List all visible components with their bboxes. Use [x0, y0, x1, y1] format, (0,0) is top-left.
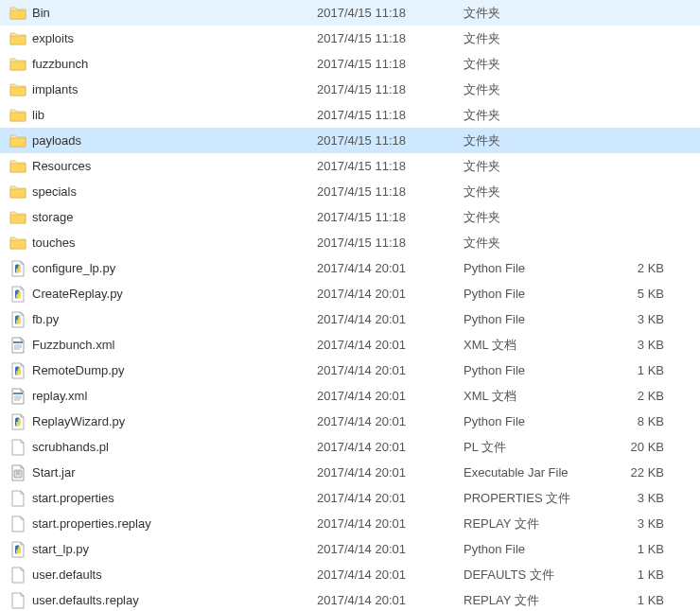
cell-name: Resources [9, 158, 317, 175]
cell-type: Executable Jar File [464, 465, 591, 480]
cell-date: 2017/4/14 20:01 [317, 465, 464, 480]
file-row[interactable]: ReplayWizard.py 2017/4/14 20:01 Python F… [0, 409, 700, 434]
cell-date: 2017/4/14 20:01 [317, 261, 464, 275]
file-name-label: specials [32, 184, 77, 199]
cell-date: 2017/4/14 20:01 [317, 312, 464, 326]
file-row[interactable]: specials 2017/4/15 11:18 文件夹 [0, 179, 700, 204]
cell-name: user.defaults [9, 567, 317, 584]
cell-type: XML 文档 [464, 388, 591, 405]
cell-size: 3 KB [591, 491, 681, 505]
file-name-label: configure_lp.py [32, 261, 115, 275]
cell-date: 2017/4/15 11:18 [317, 6, 464, 20]
file-name-label: user.defaults [32, 567, 102, 582]
cell-date: 2017/4/15 11:18 [317, 31, 464, 45]
cell-date: 2017/4/15 11:18 [317, 159, 464, 173]
cell-size: 1 KB [591, 567, 681, 582]
file-row[interactable]: Start.jar 2017/4/14 20:01 Executable Jar… [0, 460, 700, 485]
file-row[interactable]: storage 2017/4/15 11:18 文件夹 [0, 204, 700, 230]
cell-name: ReplayWizard.py [9, 413, 317, 430]
cell-date: 2017/4/14 20:01 [317, 363, 464, 377]
file-row[interactable]: start.properties 2017/4/14 20:01 PROPERT… [0, 485, 700, 511]
cell-name: touches [9, 235, 317, 252]
file-row[interactable]: replay.xml 2017/4/14 20:01 XML 文档 2 KB [0, 383, 700, 409]
cell-type: 文件夹 [464, 56, 591, 73]
file-name-label: Bin [32, 6, 50, 20]
file-name-label: start.properties [32, 491, 114, 505]
cell-date: 2017/4/14 20:01 [317, 440, 464, 454]
python-icon [9, 541, 26, 558]
cell-name: storage [9, 209, 317, 226]
file-name-label: ReplayWizard.py [32, 414, 125, 428]
file-name-label: implants [32, 82, 78, 96]
file-row[interactable]: start_lp.py 2017/4/14 20:01 Python File … [0, 536, 700, 562]
file-row[interactable]: scrubhands.pl 2017/4/14 20:01 PL 文件 20 K… [0, 434, 700, 460]
file-row[interactable]: implants 2017/4/15 11:18 文件夹 [0, 77, 700, 102]
xml-icon [9, 337, 26, 354]
cell-type: Python File [464, 414, 591, 428]
file-row[interactable]: configure_lp.py 2017/4/14 20:01 Python F… [0, 255, 700, 281]
python-icon [9, 413, 26, 430]
cell-date: 2017/4/15 11:18 [317, 133, 464, 148]
file-row[interactable]: RemoteDump.py 2017/4/14 20:01 Python Fil… [0, 358, 700, 383]
cell-type: DEFAULTS 文件 [464, 567, 591, 584]
folder-icon [9, 158, 26, 175]
cell-date: 2017/4/14 20:01 [317, 338, 464, 352]
cell-date: 2017/4/15 11:18 [317, 57, 464, 71]
file-name-label: scrubhands.pl [32, 440, 109, 454]
file-icon [9, 592, 26, 609]
cell-type: REPLAY 文件 [464, 592, 591, 609]
cell-size: 2 KB [591, 261, 681, 275]
cell-name: Start.jar [9, 464, 317, 481]
cell-type: 文件夹 [464, 30, 591, 47]
cell-date: 2017/4/14 20:01 [317, 567, 464, 582]
file-name-label: RemoteDump.py [32, 363, 125, 377]
cell-type: 文件夹 [464, 5, 591, 22]
folder-icon [9, 56, 26, 73]
cell-name: fb.py [9, 311, 317, 328]
folder-icon [9, 183, 26, 201]
xml-icon [9, 388, 26, 405]
file-row[interactable]: exploits 2017/4/15 11:18 文件夹 [0, 26, 700, 51]
file-row[interactable]: start.properties.replay 2017/4/14 20:01 … [0, 511, 700, 536]
file-row[interactable]: lib 2017/4/15 11:18 文件夹 [0, 102, 700, 128]
file-row[interactable]: Fuzzbunch.xml 2017/4/14 20:01 XML 文档 3 K… [0, 332, 700, 358]
file-row[interactable]: payloads 2017/4/15 11:18 文件夹 [0, 128, 700, 153]
file-row[interactable]: Bin 2017/4/15 11:18 文件夹 [0, 0, 700, 26]
cell-date: 2017/4/14 20:01 [317, 287, 464, 301]
file-row[interactable]: fuzzbunch 2017/4/15 11:18 文件夹 [0, 51, 700, 77]
cell-date: 2017/4/15 11:18 [317, 236, 464, 250]
cell-date: 2017/4/14 20:01 [317, 593, 464, 607]
folder-icon [9, 132, 26, 149]
cell-size: 3 KB [591, 516, 681, 531]
cell-type: PROPERTIES 文件 [464, 490, 591, 507]
file-name-label: Fuzzbunch.xml [32, 338, 114, 352]
cell-name: start_lp.py [9, 541, 317, 558]
cell-size: 20 KB [591, 440, 681, 454]
cell-name: user.defaults.replay [9, 592, 317, 609]
cell-type: REPLAY 文件 [464, 515, 591, 532]
cell-name: implants [9, 81, 317, 98]
file-row[interactable]: fb.py 2017/4/14 20:01 Python File 3 KB [0, 306, 700, 332]
file-row[interactable]: CreateReplay.py 2017/4/14 20:01 Python F… [0, 281, 700, 306]
file-name-label: fb.py [32, 312, 59, 326]
cell-size: 1 KB [591, 542, 681, 556]
cell-type: PL 文件 [464, 439, 591, 456]
file-icon [9, 490, 26, 507]
cell-type: 文件夹 [464, 209, 591, 226]
cell-name: payloads [9, 132, 317, 149]
file-name-label: exploits [32, 31, 74, 45]
cell-size: 5 KB [591, 287, 681, 301]
file-row[interactable]: user.defaults.replay 2017/4/14 20:01 REP… [0, 587, 700, 611]
python-icon [9, 260, 26, 277]
file-row[interactable]: user.defaults 2017/4/14 20:01 DEFAULTS 文… [0, 562, 700, 587]
cell-type: 文件夹 [464, 132, 591, 149]
cell-date: 2017/4/15 11:18 [317, 184, 464, 199]
file-name-label: start.properties.replay [32, 516, 151, 531]
file-name-label: Start.jar [32, 465, 76, 480]
cell-name: exploits [9, 30, 317, 47]
file-row[interactable]: touches 2017/4/15 11:18 文件夹 [0, 230, 700, 255]
cell-name: lib [9, 107, 317, 124]
folder-icon [9, 235, 26, 252]
folder-icon [9, 107, 26, 124]
file-row[interactable]: Resources 2017/4/15 11:18 文件夹 [0, 153, 700, 179]
